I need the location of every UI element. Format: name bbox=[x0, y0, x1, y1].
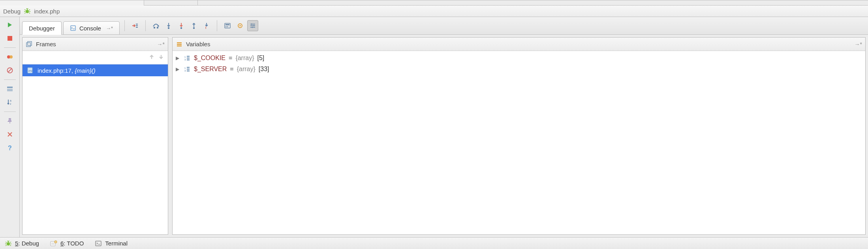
svg-rect-11 bbox=[71, 26, 75, 30]
variable-type: {array} bbox=[235, 55, 254, 62]
svg-text:3: 3 bbox=[184, 70, 186, 72]
gutter-separator bbox=[4, 111, 16, 112]
terminal-label: Terminal bbox=[105, 240, 128, 247]
variable-row[interactable]: ▶ 13 $_SERVER = {array} [33] bbox=[173, 64, 865, 75]
variables-icon bbox=[176, 41, 183, 48]
sort-button[interactable]: az bbox=[4, 97, 15, 108]
expand-icon[interactable]: ▶ bbox=[176, 55, 180, 61]
pin-button[interactable] bbox=[4, 115, 15, 126]
svg-rect-31 bbox=[254, 25, 254, 26]
svg-rect-7 bbox=[7, 89, 13, 91]
bottom-toolbar: 5: Debug 6: TODO Terminal bbox=[0, 237, 868, 249]
frames-title: Frames bbox=[36, 41, 56, 47]
svg-point-3 bbox=[9, 55, 13, 58]
variables-list[interactable]: ▶ 13 $_COOKIE = {array} [5] ▶ bbox=[173, 51, 865, 234]
array-icon: 13 bbox=[184, 55, 191, 62]
frame-text: index.php:17, {main}() bbox=[38, 67, 96, 74]
mute-breakpoints-button[interactable] bbox=[4, 65, 15, 76]
variables-popout-icon[interactable]: →* bbox=[855, 41, 862, 47]
show-execution-point-button[interactable] bbox=[130, 20, 141, 31]
variable-type: {array} bbox=[237, 66, 256, 73]
svg-rect-30 bbox=[251, 24, 252, 25]
variable-name: $_SERVER bbox=[194, 66, 227, 73]
svg-text:3: 3 bbox=[184, 58, 186, 61]
tab-console-label: Console bbox=[79, 25, 101, 32]
svg-rect-53 bbox=[96, 241, 101, 246]
svg-point-17 bbox=[168, 27, 169, 29]
prev-frame-button[interactable] bbox=[149, 53, 154, 62]
svg-rect-33 bbox=[26, 43, 30, 47]
toolbar-separator bbox=[124, 20, 125, 31]
view-breakpoints-button[interactable] bbox=[4, 51, 15, 62]
tab-console-popout-icon[interactable]: →* bbox=[106, 25, 113, 31]
stop-button[interactable] bbox=[4, 33, 15, 44]
svg-text:a: a bbox=[10, 99, 11, 102]
top-fragment bbox=[0, 0, 868, 6]
step-out-button[interactable] bbox=[188, 20, 199, 31]
svg-rect-39 bbox=[177, 45, 182, 47]
watch-button[interactable] bbox=[235, 20, 246, 31]
svg-point-18 bbox=[180, 27, 182, 29]
expand-icon[interactable]: ▶ bbox=[176, 66, 180, 72]
frames-icon bbox=[26, 41, 33, 48]
bottom-tab-todo[interactable]: 6: TODO bbox=[50, 240, 84, 247]
svg-rect-42 bbox=[187, 56, 190, 57]
toolbar-separator bbox=[145, 20, 146, 31]
bottom-tab-terminal[interactable]: Terminal bbox=[95, 240, 128, 247]
svg-rect-49 bbox=[187, 70, 190, 72]
todo-icon bbox=[50, 240, 57, 247]
svg-point-15 bbox=[154, 27, 155, 28]
close-button[interactable] bbox=[4, 129, 15, 140]
svg-rect-32 bbox=[252, 27, 253, 28]
svg-text:1: 1 bbox=[184, 67, 186, 69]
force-step-into-button[interactable] bbox=[176, 20, 187, 31]
resume-button[interactable] bbox=[4, 19, 15, 30]
svg-rect-22 bbox=[225, 24, 229, 25]
gutter-separator bbox=[4, 79, 16, 80]
layout-button[interactable] bbox=[4, 83, 15, 94]
svg-rect-47 bbox=[187, 67, 190, 68]
array-icon: 13 bbox=[184, 66, 191, 73]
console-icon bbox=[70, 25, 76, 31]
svg-rect-34 bbox=[28, 42, 32, 45]
variable-row[interactable]: ▶ 13 $_COOKIE = {array} [5] bbox=[173, 53, 865, 64]
bug-icon bbox=[24, 8, 31, 15]
tab-debugger[interactable]: Debugger bbox=[22, 21, 62, 35]
variable-count: [5] bbox=[257, 55, 265, 62]
step-into-button[interactable] bbox=[163, 20, 174, 31]
variables-panel-header: Variables →* bbox=[173, 38, 865, 51]
php-file-icon: php bbox=[26, 67, 34, 74]
svg-rect-48 bbox=[187, 69, 190, 70]
next-frame-button[interactable] bbox=[158, 53, 164, 62]
svg-point-19 bbox=[193, 27, 195, 29]
frames-popout-icon[interactable]: →* bbox=[157, 41, 165, 47]
svg-text:php: php bbox=[28, 70, 33, 72]
tab-console[interactable]: Console →* bbox=[63, 21, 120, 35]
toolwindow-header: Debug index.php bbox=[0, 6, 868, 17]
settings-button[interactable] bbox=[247, 20, 258, 31]
svg-text:?: ? bbox=[8, 145, 12, 151]
svg-rect-23 bbox=[225, 26, 227, 27]
svg-text:I: I bbox=[205, 26, 207, 29]
evaluate-expression-button[interactable] bbox=[222, 20, 233, 31]
svg-point-52 bbox=[54, 240, 57, 243]
svg-rect-24 bbox=[227, 26, 228, 27]
frames-list[interactable]: php index.php:17, {main}() bbox=[23, 64, 168, 234]
svg-point-16 bbox=[157, 27, 158, 28]
run-to-cursor-button[interactable]: I bbox=[201, 20, 212, 31]
debug-tabbar: Debugger Console →* bbox=[20, 17, 868, 35]
frames-panel-header: Frames →* bbox=[23, 38, 168, 51]
frame-row[interactable]: php index.php:17, {main}() bbox=[23, 64, 168, 76]
step-over-button[interactable] bbox=[150, 20, 162, 31]
debug-label: Debug bbox=[3, 8, 21, 15]
svg-rect-43 bbox=[187, 58, 190, 59]
equals-sign: = bbox=[229, 55, 232, 62]
svg-rect-37 bbox=[177, 42, 182, 43]
help-button[interactable]: ? bbox=[4, 142, 15, 153]
svg-rect-6 bbox=[7, 87, 13, 88]
tab-debugger-label: Debugger bbox=[29, 25, 55, 32]
bottom-tab-debug[interactable]: 5: Debug bbox=[5, 240, 39, 247]
svg-point-0 bbox=[26, 10, 29, 13]
debug-file: index.php bbox=[34, 8, 60, 15]
svg-text:1: 1 bbox=[184, 56, 186, 58]
